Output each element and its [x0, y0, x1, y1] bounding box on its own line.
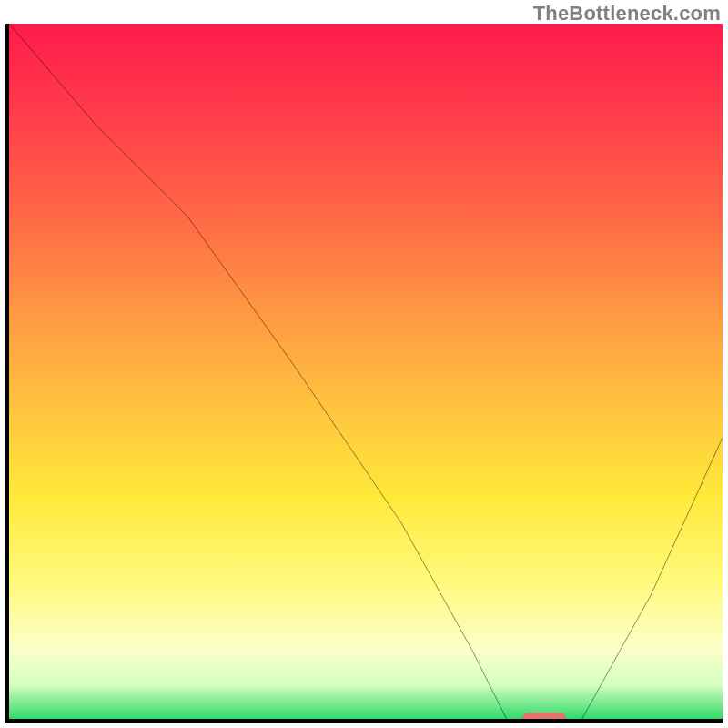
bottleneck-curve [9, 24, 723, 723]
plot-frame [5, 24, 723, 723]
chart-container: TheBottleneck.com [0, 0, 728, 728]
optimum-marker [522, 713, 566, 723]
attribution-label: TheBottleneck.com [533, 2, 721, 25]
